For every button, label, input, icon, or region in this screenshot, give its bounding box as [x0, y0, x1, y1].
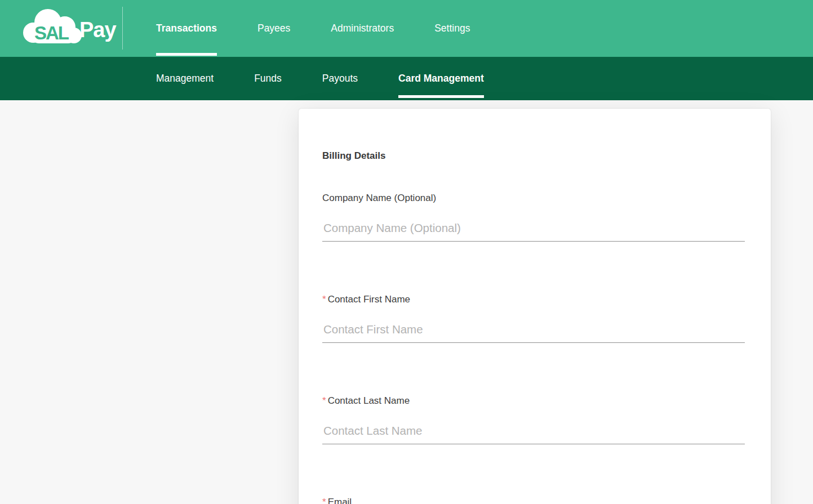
contact-first-name-field-group: *Contact First Name	[322, 293, 745, 343]
secondary-nav: Management Funds Payouts Card Management	[0, 57, 813, 100]
company-name-label: Company Name (Optional)	[322, 191, 745, 205]
subnav-item-label: Card Management	[398, 73, 484, 84]
card-title: Billing Details	[322, 149, 745, 163]
required-asterisk: *	[322, 294, 326, 305]
billing-details-card: Billing Details Company Name (Optional) …	[299, 109, 771, 504]
logo-divider	[122, 7, 123, 50]
subnav-item-funds[interactable]: Funds	[254, 57, 282, 100]
company-name-input[interactable]	[322, 215, 745, 242]
logo-pay-text: Pay	[79, 18, 116, 42]
required-asterisk: *	[322, 497, 326, 504]
primary-nav: Transactions Payees Administrators Setti…	[156, 0, 813, 57]
contact-last-name-label: *Contact Last Name	[322, 394, 745, 408]
email-field-group: *Email	[322, 496, 745, 504]
nav-item-label: Settings	[434, 23, 470, 34]
top-bar: SAL Pay Transactions Payees Administrato…	[0, 0, 813, 57]
company-name-label-text: Company Name (Optional)	[322, 193, 436, 203]
subnav-item-payouts[interactable]: Payouts	[322, 57, 358, 100]
nav-item-label: Payees	[257, 23, 290, 34]
nav-item-payees[interactable]: Payees	[257, 0, 290, 57]
nav-item-administrators[interactable]: Administrators	[331, 0, 394, 57]
contact-first-name-label: *Contact First Name	[322, 293, 745, 306]
subnav-item-card-management[interactable]: Card Management	[398, 57, 484, 100]
email-label: *Email	[322, 496, 745, 504]
nav-item-label: Administrators	[331, 23, 394, 34]
email-label-text: Email	[328, 497, 352, 504]
logo-sal-text: SAL	[34, 23, 69, 43]
subnav-item-management[interactable]: Management	[156, 57, 214, 100]
nav-item-label: Transactions	[156, 23, 217, 34]
subnav-item-label: Funds	[254, 73, 282, 84]
required-asterisk: *	[322, 395, 326, 406]
salpay-logo[interactable]: SAL Pay	[19, 7, 116, 50]
contact-first-name-label-text: Contact First Name	[328, 294, 410, 305]
subnav-item-label: Management	[156, 73, 214, 84]
contact-last-name-input[interactable]	[322, 417, 745, 444]
contact-last-name-label-text: Contact Last Name	[328, 395, 410, 406]
salpay-cloud-icon: SAL	[19, 7, 88, 50]
contact-first-name-input[interactable]	[322, 316, 745, 343]
nav-item-settings[interactable]: Settings	[434, 0, 470, 57]
subnav-item-label: Payouts	[322, 73, 358, 84]
company-name-field-group: Company Name (Optional)	[322, 191, 745, 242]
nav-item-transactions[interactable]: Transactions	[156, 0, 217, 57]
contact-last-name-field-group: *Contact Last Name	[322, 394, 745, 444]
page-content: Billing Details Company Name (Optional) …	[0, 100, 813, 504]
